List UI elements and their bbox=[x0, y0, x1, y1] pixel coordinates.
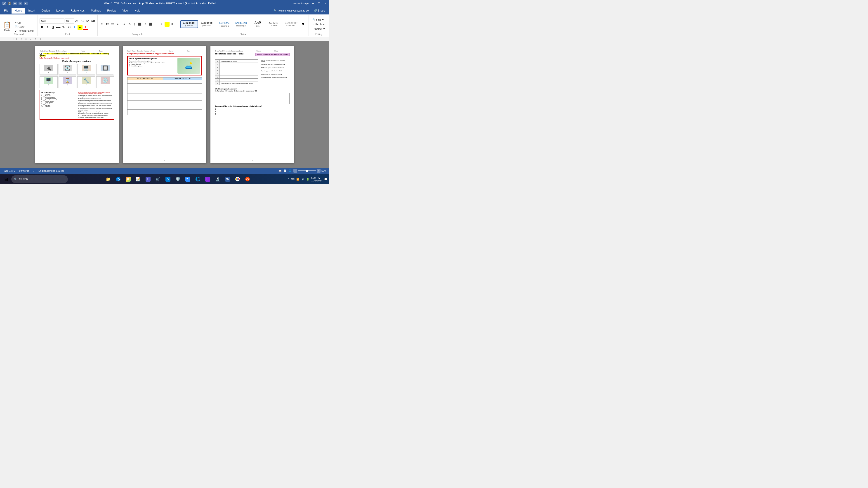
part-answer-2[interactable] bbox=[59, 73, 76, 75]
answer-box[interactable] bbox=[215, 93, 289, 104]
font-name-input[interactable] bbox=[39, 19, 64, 24]
menu-view[interactable]: View bbox=[119, 8, 131, 13]
gen-extra-row2[interactable] bbox=[127, 109, 202, 115]
style-heading1[interactable]: AaBbCc Heading 1 bbox=[216, 20, 232, 28]
highlight-button[interactable]: A bbox=[78, 25, 83, 30]
zoom-out-button[interactable]: − bbox=[293, 169, 297, 173]
cut-button[interactable]: ✂ Cut bbox=[13, 21, 36, 25]
justify-button[interactable]: ☰ bbox=[154, 22, 159, 27]
part-answer-5[interactable] bbox=[40, 86, 57, 87]
print-layout-icon[interactable]: 📄 bbox=[283, 169, 287, 172]
file-explorer-icon[interactable]: 📁 bbox=[104, 175, 113, 184]
boot-text-6[interactable] bbox=[220, 75, 258, 78]
numbering-button[interactable]: 1≡ bbox=[105, 22, 110, 27]
summary-item-3[interactable]: 3. bbox=[215, 113, 289, 115]
boot-text-5[interactable] bbox=[220, 72, 258, 75]
multilevel-button[interactable]: ≡≡ bbox=[110, 22, 115, 27]
sort-button[interactable]: ↕A bbox=[127, 22, 131, 27]
outlook-icon[interactable]: Ou bbox=[164, 175, 172, 184]
increase-indent-button[interactable]: ⇥ bbox=[121, 22, 126, 27]
close-button[interactable]: ✕ bbox=[323, 2, 327, 5]
copy-button[interactable]: 📄 Copy bbox=[13, 25, 36, 29]
gen-row-3[interactable] bbox=[127, 87, 163, 90]
style-heading2[interactable]: AaBbCcD Heading 2 bbox=[232, 20, 250, 28]
redo-icon[interactable]: ↪ bbox=[19, 2, 22, 5]
underline-button[interactable]: U bbox=[51, 25, 55, 30]
italic-button[interactable]: I bbox=[45, 25, 50, 30]
bold-button[interactable]: B bbox=[39, 25, 44, 30]
styles-more-button[interactable]: ▼ bbox=[301, 22, 305, 27]
share-button[interactable]: 🔗 Share bbox=[311, 8, 328, 13]
emb-row-2[interactable] bbox=[163, 84, 202, 87]
summary-item-1[interactable]: 1. bbox=[215, 108, 289, 110]
gen-row-7[interactable] bbox=[127, 101, 163, 104]
subscript-button[interactable]: X₂ bbox=[61, 25, 66, 30]
part-answer-1[interactable] bbox=[40, 73, 57, 75]
line-spacing-button[interactable]: ↕ bbox=[159, 22, 164, 27]
summary-item-2[interactable]: 2. bbox=[215, 111, 289, 112]
font-color-button[interactable]: A bbox=[83, 25, 88, 30]
style-nospace[interactable]: AaBbCcDd ¶ No Spac... bbox=[198, 21, 216, 28]
align-left-button[interactable]: ⬛ bbox=[137, 22, 143, 27]
format-painter-button[interactable]: 🖌 Format Painter bbox=[13, 29, 36, 33]
decrease-indent-button[interactable]: ⇤ bbox=[116, 22, 121, 27]
shading-button[interactable] bbox=[164, 22, 169, 27]
font-shrink-button[interactable]: A↓ bbox=[80, 19, 85, 24]
strikethrough-button[interactable]: abc bbox=[56, 25, 61, 30]
boot-text-4[interactable] bbox=[220, 69, 258, 72]
select-button[interactable]: ⬚ Select ▼ bbox=[311, 27, 327, 31]
keyboard-icon[interactable]: ⌨ bbox=[291, 178, 294, 181]
part-answer-3[interactable] bbox=[78, 73, 95, 75]
save-icon[interactable]: 💾 bbox=[8, 2, 11, 5]
chevron-icon[interactable]: ^ bbox=[288, 178, 289, 181]
paste-button[interactable]: 📋 Paste bbox=[2, 20, 12, 33]
start-button[interactable]: ⊞ bbox=[2, 175, 10, 184]
boot-text-7[interactable] bbox=[220, 78, 258, 82]
style-normal[interactable]: AaBbCcDd ¶ Normal bbox=[180, 20, 198, 28]
restore-button[interactable]: ❐ bbox=[317, 2, 321, 5]
chrome2-icon[interactable] bbox=[243, 175, 252, 184]
teams-icon[interactable]: T bbox=[144, 175, 152, 184]
zoom-in-button[interactable]: + bbox=[317, 169, 320, 173]
gen-row-6[interactable] bbox=[127, 97, 163, 101]
word-taskbar-icon[interactable]: W bbox=[223, 175, 232, 184]
emb-row-4[interactable] bbox=[163, 90, 202, 94]
taskbar-app-1[interactable] bbox=[114, 175, 123, 184]
network-icon[interactable]: 📶 bbox=[296, 178, 300, 181]
browser-icon[interactable]: 🌐 bbox=[193, 175, 202, 184]
undo-icon[interactable]: ↩ bbox=[13, 2, 17, 5]
menu-mailings[interactable]: Mailings bbox=[88, 8, 104, 13]
gen-row-2[interactable] bbox=[127, 84, 163, 87]
gen-extra-row[interactable] bbox=[127, 104, 202, 109]
research-icon[interactable]: 🔬 bbox=[213, 175, 222, 184]
datetime-display[interactable]: 5:24 PM 10/2/2024 bbox=[311, 176, 322, 182]
read-mode-icon[interactable]: 📖 bbox=[278, 169, 282, 172]
part-answer-7[interactable] bbox=[78, 86, 95, 87]
part-answer-8[interactable] bbox=[97, 86, 114, 87]
style-subtitle[interactable]: AaBbCcD Subtitle bbox=[266, 21, 282, 28]
font-grow-button[interactable]: A↑ bbox=[74, 19, 79, 24]
tell-me-input[interactable]: Tell me what you want to do bbox=[278, 9, 309, 12]
menu-layout[interactable]: Layout bbox=[53, 8, 68, 13]
battery-icon[interactable]: 🔋 bbox=[306, 178, 309, 181]
notepad-icon[interactable]: 📝 bbox=[134, 175, 143, 184]
lang-icon[interactable]: L bbox=[204, 175, 212, 184]
emb-row-1[interactable] bbox=[163, 80, 202, 84]
minimize-button[interactable]: ─ bbox=[311, 2, 315, 5]
emb-row-7[interactable] bbox=[163, 101, 202, 104]
style-title[interactable]: AaB Title bbox=[250, 20, 266, 29]
chrome-icon[interactable] bbox=[233, 175, 242, 184]
style-subtle-em[interactable]: AaBbCcDd Subtle Em... bbox=[283, 21, 300, 28]
bullets-button[interactable]: ≡• bbox=[99, 22, 104, 27]
boot-text-2[interactable] bbox=[220, 63, 258, 66]
part-answer-4[interactable] bbox=[97, 73, 114, 75]
menu-insert[interactable]: Insert bbox=[25, 8, 38, 13]
menu-home[interactable]: Home bbox=[11, 8, 25, 13]
zoom-icon[interactable]: Z bbox=[184, 175, 192, 184]
zoom-slider[interactable] bbox=[298, 170, 316, 171]
boot-text-8[interactable]: The BIOS hands control over to the Opera… bbox=[220, 82, 258, 85]
web-layout-icon[interactable]: 🌐 bbox=[288, 169, 291, 172]
gen-row-4[interactable] bbox=[127, 90, 163, 94]
font-size-input[interactable] bbox=[65, 19, 74, 24]
antivirus-icon[interactable]: 🛡️ bbox=[174, 175, 182, 184]
